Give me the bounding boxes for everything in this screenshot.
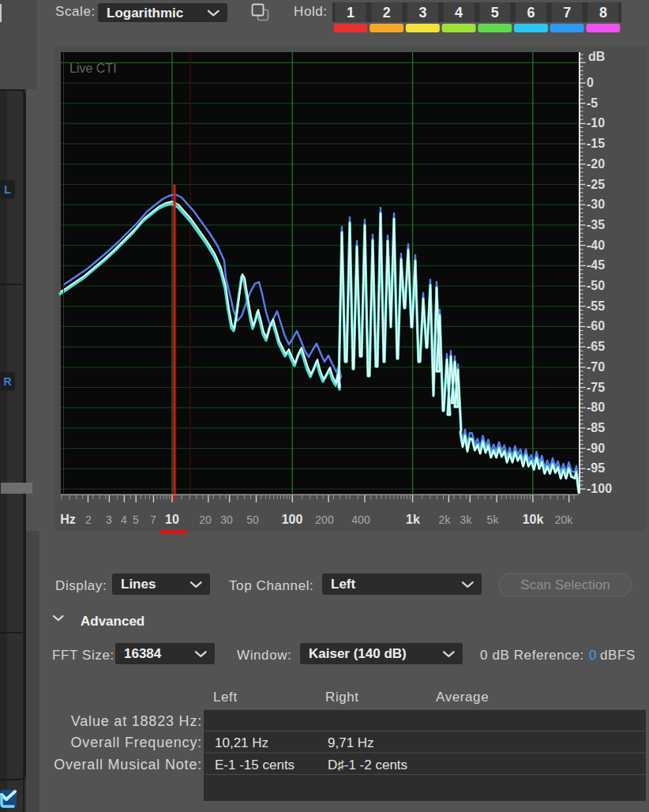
- svg-text:Scale:: Scale:: [55, 4, 96, 19]
- svg-text:2: 2: [383, 5, 391, 21]
- svg-text:-60: -60: [587, 319, 605, 333]
- svg-text:Overall Musical Note:: Overall Musical Note:: [54, 757, 202, 773]
- svg-text:Top Channel:: Top Channel:: [229, 578, 313, 593]
- svg-text:50: 50: [246, 513, 259, 526]
- svg-text:Advanced: Advanced: [81, 614, 144, 629]
- svg-text:10k: 10k: [523, 513, 544, 526]
- svg-text:Value at 18823 Hz:: Value at 18823 Hz:: [71, 713, 202, 729]
- svg-text:16384: 16384: [124, 646, 162, 661]
- svg-text:Logarithmic: Logarithmic: [107, 6, 183, 21]
- svg-text:Left: Left: [331, 577, 356, 592]
- svg-text:-25: -25: [587, 178, 605, 191]
- svg-text:0 dB Reference:: 0 dB Reference:: [480, 648, 584, 663]
- svg-text:-35: -35: [587, 218, 605, 231]
- svg-text:-90: -90: [587, 442, 605, 455]
- svg-text:-30: -30: [587, 197, 605, 211]
- svg-text:-45: -45: [587, 258, 605, 272]
- svg-text:FFT Size:: FFT Size:: [52, 648, 114, 663]
- svg-text:-10: -10: [587, 116, 605, 130]
- svg-text:Kaiser (140 dB): Kaiser (140 dB): [309, 646, 407, 661]
- svg-text:-65: -65: [587, 340, 605, 353]
- svg-text:Hz: Hz: [60, 513, 76, 526]
- svg-text:1: 1: [347, 5, 355, 21]
- svg-text:Window:: Window:: [237, 648, 291, 663]
- svg-text:Live CTI: Live CTI: [69, 62, 117, 75]
- svg-text:20k: 20k: [555, 513, 574, 526]
- svg-text:Lines: Lines: [121, 577, 156, 592]
- svg-text:-75: -75: [587, 381, 605, 394]
- svg-text:Overall Frequency:: Overall Frequency:: [71, 735, 202, 750]
- svg-text:Display:: Display:: [55, 578, 107, 593]
- svg-text:-50: -50: [587, 279, 605, 292]
- svg-text:5: 5: [133, 513, 139, 526]
- svg-text:-80: -80: [587, 400, 605, 414]
- svg-text:30: 30: [220, 513, 233, 526]
- svg-text:1k: 1k: [406, 513, 420, 526]
- svg-text:3k: 3k: [460, 513, 473, 526]
- svg-text:0: 0: [589, 648, 596, 663]
- svg-text:9,71 Hz: 9,71 Hz: [328, 735, 374, 750]
- svg-text:10: 10: [165, 513, 179, 526]
- svg-text:3: 3: [106, 513, 112, 526]
- svg-text:10,21 Hz: 10,21 Hz: [215, 735, 268, 750]
- svg-text:-100: -100: [587, 482, 612, 495]
- svg-text:-55: -55: [587, 299, 605, 313]
- svg-text:-95: -95: [587, 461, 605, 475]
- svg-text:2k: 2k: [439, 513, 452, 526]
- svg-text:4: 4: [121, 513, 127, 526]
- svg-text:-15: -15: [587, 137, 605, 150]
- svg-text:20: 20: [199, 513, 212, 526]
- svg-text:Scan Selection: Scan Selection: [520, 577, 610, 592]
- svg-text:dB: dB: [588, 50, 605, 63]
- svg-text:5: 5: [491, 5, 499, 21]
- svg-text:Average: Average: [436, 690, 489, 705]
- svg-text:200: 200: [315, 513, 334, 526]
- svg-text:400: 400: [351, 513, 370, 526]
- svg-text:-85: -85: [587, 421, 605, 434]
- svg-text:Hold:: Hold:: [294, 4, 328, 19]
- svg-text:dBFS: dBFS: [600, 648, 636, 663]
- svg-text:7: 7: [150, 513, 156, 526]
- svg-text:Left: Left: [213, 690, 238, 705]
- svg-text:0: 0: [587, 76, 594, 89]
- svg-text:3: 3: [418, 5, 426, 21]
- svg-text:5k: 5k: [487, 513, 500, 526]
- svg-text:100: 100: [282, 513, 303, 526]
- svg-text:D♯-1 -2 cents: D♯-1 -2 cents: [328, 757, 407, 773]
- svg-text:-70: -70: [587, 360, 605, 374]
- svg-text:-20: -20: [587, 157, 605, 171]
- svg-text:E-1 -15 cents: E-1 -15 cents: [215, 757, 294, 773]
- svg-text:-40: -40: [587, 239, 605, 252]
- svg-text:8: 8: [599, 5, 607, 21]
- svg-text:-5: -5: [587, 96, 598, 110]
- svg-text:2: 2: [85, 513, 92, 526]
- svg-text:7: 7: [563, 5, 571, 21]
- svg-text:4: 4: [455, 5, 463, 21]
- svg-text:Right: Right: [325, 690, 359, 705]
- svg-text:6: 6: [527, 5, 535, 21]
